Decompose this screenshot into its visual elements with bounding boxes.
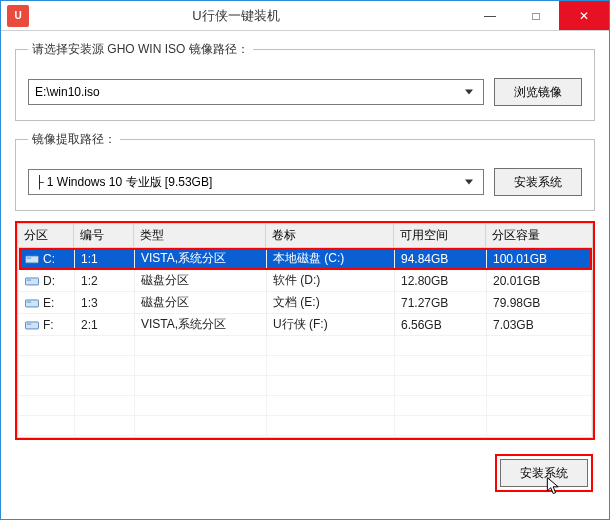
svg-rect-7	[27, 323, 31, 325]
app-icon-glyph: U	[14, 10, 21, 21]
table-row-empty	[19, 416, 592, 436]
col-label[interactable]: 卷标	[266, 224, 394, 248]
source-combo[interactable]: E:\win10.iso	[28, 79, 484, 105]
install-system-top-label: 安装系统	[514, 174, 562, 191]
cell-free: 12.80GB	[395, 270, 487, 292]
cell-capacity: 7.03GB	[487, 314, 592, 336]
source-combo-value: E:\win10.iso	[35, 85, 100, 99]
cell-type: 磁盘分区	[135, 292, 267, 314]
drive-icon	[25, 275, 39, 287]
cell-number: 1:1	[75, 248, 135, 270]
window-controls: — □ ✕	[467, 1, 609, 30]
chevron-down-icon	[461, 82, 477, 102]
svg-rect-5	[27, 301, 31, 303]
source-legend: 请选择安装源 GHO WIN ISO 镜像路径：	[28, 41, 253, 58]
table-row-empty	[19, 336, 592, 356]
bottom-bar: 安装系统	[15, 454, 595, 492]
titlebar: U U行侠一键装机 — □ ✕	[1, 1, 609, 31]
install-system-label: 安装系统	[520, 465, 568, 482]
table-row[interactable]: D:1:2磁盘分区软件 (D:)12.80GB20.01GB	[19, 270, 592, 292]
drive-icon	[25, 297, 39, 309]
cell-partition: D:	[19, 270, 75, 292]
extract-legend: 镜像提取路径：	[28, 131, 120, 148]
partition-table-highlight: 分区 编号 类型 卷标 可用空间 分区容量 C:1:1VISTA,系统分区本地磁…	[15, 221, 595, 440]
col-type[interactable]: 类型	[134, 224, 266, 248]
maximize-glyph: □	[532, 9, 539, 23]
cell-partition: C:	[19, 248, 75, 270]
chevron-down-icon	[461, 172, 477, 192]
cell-number: 2:1	[75, 314, 135, 336]
close-button[interactable]: ✕	[559, 1, 609, 30]
svg-rect-2	[25, 277, 38, 284]
table-row[interactable]: C:1:1VISTA,系统分区本地磁盘 (C:)94.84GB100.01GB	[19, 248, 592, 270]
cell-capacity: 79.98GB	[487, 292, 592, 314]
browse-image-label: 浏览镜像	[514, 84, 562, 101]
drive-icon	[25, 253, 39, 265]
table-row[interactable]: F:2:1VISTA,系统分区U行侠 (F:)6.56GB7.03GB	[19, 314, 592, 336]
svg-rect-1	[27, 257, 31, 259]
extract-groupbox: 镜像提取路径： ├ 1 Windows 10 专业版 [9.53GB] 安装系统	[15, 131, 595, 211]
cell-free: 6.56GB	[395, 314, 487, 336]
extract-combo[interactable]: ├ 1 Windows 10 专业版 [9.53GB]	[28, 169, 484, 195]
cell-type: VISTA,系统分区	[135, 314, 267, 336]
col-number[interactable]: 编号	[74, 224, 134, 248]
partition-table: 分区 编号 类型 卷标 可用空间 分区容量	[17, 223, 593, 248]
cell-partition: F:	[19, 314, 75, 336]
app-window: U U行侠一键装机 — □ ✕ 请选择安装源 GHO WIN ISO 镜像路径：…	[0, 0, 610, 520]
partition-table-body-wrap: C:1:1VISTA,系统分区本地磁盘 (C:)94.84GB100.01GBD…	[17, 248, 593, 438]
cell-type: VISTA,系统分区	[135, 248, 267, 270]
svg-rect-4	[25, 299, 38, 306]
cell-number: 1:3	[75, 292, 135, 314]
col-free[interactable]: 可用空间	[394, 224, 486, 248]
cell-label: 软件 (D:)	[267, 270, 395, 292]
partition-table-body: C:1:1VISTA,系统分区本地磁盘 (C:)94.84GB100.01GBD…	[18, 248, 592, 436]
cell-free: 94.84GB	[395, 248, 487, 270]
drive-icon	[25, 319, 39, 331]
cell-number: 1:2	[75, 270, 135, 292]
table-row-empty	[19, 376, 592, 396]
maximize-button[interactable]: □	[513, 1, 559, 30]
minimize-glyph: —	[484, 9, 496, 23]
svg-rect-3	[27, 279, 31, 281]
client-area: 请选择安装源 GHO WIN ISO 镜像路径： E:\win10.iso 浏览…	[1, 31, 609, 506]
source-row: E:\win10.iso 浏览镜像	[28, 78, 582, 106]
minimize-button[interactable]: —	[467, 1, 513, 30]
install-button-highlight: 安装系统	[495, 454, 593, 492]
window-title: U行侠一键装机	[35, 7, 467, 25]
svg-rect-0	[25, 255, 38, 262]
col-capacity[interactable]: 分区容量	[486, 224, 593, 248]
source-groupbox: 请选择安装源 GHO WIN ISO 镜像路径： E:\win10.iso 浏览…	[15, 41, 595, 121]
install-system-top-button[interactable]: 安装系统	[494, 168, 582, 196]
cell-partition: E:	[19, 292, 75, 314]
cell-free: 71.27GB	[395, 292, 487, 314]
table-row-empty	[19, 356, 592, 376]
col-partition[interactable]: 分区	[18, 224, 74, 248]
table-row-empty	[19, 396, 592, 416]
install-system-button[interactable]: 安装系统	[500, 459, 588, 487]
cell-label: 本地磁盘 (C:)	[267, 248, 395, 270]
app-icon: U	[7, 5, 29, 27]
cell-capacity: 20.01GB	[487, 270, 592, 292]
browse-image-button[interactable]: 浏览镜像	[494, 78, 582, 106]
partition-table-header: 分区 编号 类型 卷标 可用空间 分区容量	[18, 224, 593, 248]
cell-capacity: 100.01GB	[487, 248, 592, 270]
extract-row: ├ 1 Windows 10 专业版 [9.53GB] 安装系统	[28, 168, 582, 196]
svg-rect-6	[25, 321, 38, 328]
extract-combo-value: ├ 1 Windows 10 专业版 [9.53GB]	[35, 174, 212, 191]
cell-label: U行侠 (F:)	[267, 314, 395, 336]
cell-type: 磁盘分区	[135, 270, 267, 292]
cell-label: 文档 (E:)	[267, 292, 395, 314]
table-row[interactable]: E:1:3磁盘分区文档 (E:)71.27GB79.98GB	[19, 292, 592, 314]
close-glyph: ✕	[579, 9, 589, 23]
